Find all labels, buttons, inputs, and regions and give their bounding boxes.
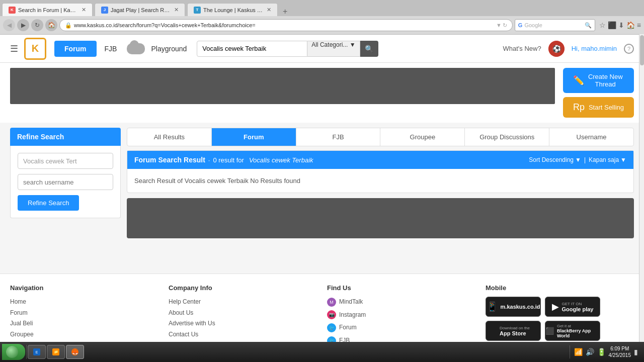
new-tab-button[interactable]: + — [280, 7, 290, 16]
taskbar: E 📁 🦊 📶 🔊 🔋 6:09 PM 4/25/2015 ▮ — [0, 342, 644, 362]
nav-fjb[interactable]: FJB — [105, 45, 117, 53]
results-count: 0 result for — [213, 156, 244, 164]
nav-forum[interactable]: Forum — [54, 41, 97, 57]
find-link-instagram[interactable]: 📷 Instagram — [327, 310, 475, 321]
find-link-twitter-forum[interactable]: 🐦 Forum — [327, 322, 475, 333]
tab-close-3[interactable]: ✕ — [267, 7, 271, 13]
help-icon[interactable]: ? — [624, 44, 634, 54]
home-button[interactable]: 🏠 — [45, 19, 57, 31]
taskbar-firefox[interactable]: 🦊 — [66, 345, 84, 359]
create-thread-button[interactable]: ✏️ Create NewThread — [563, 68, 634, 93]
start-orb — [6, 346, 18, 358]
mobile-row-2: Download on the App Store ⬛ Get it at Bl… — [486, 321, 634, 341]
action-buttons: ✏️ Create NewThread Rp Start Selling — [563, 68, 634, 118]
kaskus-mobile-badge[interactable]: 📱 m.kaskus.co.id — [486, 297, 541, 317]
tab-favicon-2: J — [101, 7, 108, 14]
cloud-icon — [127, 43, 145, 54]
tab-close-1[interactable]: ✕ — [82, 7, 86, 13]
taskbar-explorer[interactable]: E — [28, 345, 46, 359]
google-play-sub: GET IT ON — [562, 302, 594, 306]
taskbar-favicon-3: 🦊 — [71, 348, 78, 355]
scrollbar[interactable] — [639, 34, 644, 342]
tab-username[interactable]: Username — [549, 128, 633, 146]
hamburger-menu[interactable]: ☰ — [10, 43, 18, 54]
chrome-search-box[interactable]: G Google 🔍 — [515, 19, 595, 31]
blackberry-label: BlackBerry App World — [557, 328, 600, 338]
tab-title-3: The Lounge | Kaskus - The ... — [203, 7, 264, 13]
footer-mobile-title: Mobile — [486, 284, 634, 292]
taskbar-files[interactable]: 📁 — [47, 345, 65, 359]
footer-link-advertise[interactable]: Advertise with Us — [169, 318, 317, 329]
taskbar-favicon-2: 📁 — [52, 348, 59, 355]
tab-close-2[interactable]: ✕ — [174, 7, 179, 13]
scrollbar-thumb[interactable] — [640, 35, 644, 65]
app-store-badge[interactable]: Download on the App Store — [486, 321, 541, 341]
footer-link-home[interactable]: Home — [10, 297, 158, 308]
nav-playground[interactable]: Playground — [151, 45, 187, 53]
sort-controls: Sort Descending ▼ | Kapan saja ▼ — [529, 156, 626, 163]
bookmark-icon[interactable]: ⬛ — [608, 21, 616, 29]
search-username-input[interactable] — [18, 174, 113, 190]
find-link-mindtalk[interactable]: M MindTalk — [327, 297, 475, 308]
tray-clock[interactable]: 6:09 PM 4/25/2015 — [609, 345, 631, 358]
tab-3[interactable]: T The Lounge | Kaskus - The ... ✕ — [187, 3, 278, 16]
footer-findus-title: Find Us — [327, 284, 475, 292]
google-play-badge[interactable]: ▶ GET IT ON Google play — [545, 297, 600, 317]
footer-link-groupee[interactable]: Groupee — [10, 329, 158, 340]
tab-1[interactable]: K Search in Forum | Kaskus - ... ✕ — [2, 3, 93, 16]
create-thread-label: Create NewThread — [588, 73, 623, 88]
when-button[interactable]: Kapan saja ▼ — [589, 156, 626, 163]
no-results-text: Search Result of Vocalis cewek Terbaik N… — [134, 177, 300, 185]
kaskus-logo[interactable]: K — [24, 38, 46, 60]
refine-search-button[interactable]: Refine Search — [18, 195, 79, 211]
tab-all-results[interactable]: All Results — [127, 128, 212, 146]
google-play-icon: ▶ — [552, 301, 559, 312]
banner-action-row: ✏️ Create NewThread Rp Start Selling — [0, 63, 644, 123]
footer-link-jualbeli[interactable]: Jual Beli — [10, 318, 158, 329]
footer-nav-title: Navigation — [10, 284, 158, 292]
mobile-row-1: 📱 m.kaskus.co.id ▶ GET IT ON Google play — [486, 297, 634, 317]
banner-advertisement — [10, 68, 555, 104]
site-header: ☰ K Forum FJB Playground All Categori...… — [0, 35, 644, 63]
tray-battery-icon[interactable]: 🔋 — [597, 348, 606, 356]
user-avatar: ⚽ — [548, 41, 565, 57]
forward-button[interactable]: ▶ — [17, 19, 29, 31]
address-box[interactable]: 🔒 www.kaskus.co.id/search/forum?q=Vocali… — [59, 19, 513, 31]
download-icon[interactable]: ⬇ — [618, 21, 624, 29]
search-query-input[interactable] — [18, 153, 113, 169]
search-button[interactable]: 🔍 — [360, 41, 378, 57]
search-tabs: All Results Forum FJB Groupee Group Disc… — [127, 128, 634, 146]
search-input[interactable] — [197, 41, 307, 57]
footer-link-helpcenter[interactable]: Help Center — [169, 297, 317, 308]
taskbar-divider-1 — [26, 345, 27, 359]
tab-group-discussions[interactable]: Group Discussions — [465, 128, 549, 146]
tab-groupee[interactable]: Groupee — [380, 128, 465, 146]
footer-link-aboutus[interactable]: About Us — [169, 308, 317, 319]
tab-2[interactable]: J Jagat Play | Search Results ✕ — [95, 3, 185, 16]
pencil-icon: ✏️ — [573, 75, 584, 86]
header-right: What's New? ⚽ Hi, maho.mimin ? — [503, 41, 634, 57]
app-store-sub: Download on the — [500, 326, 530, 330]
category-select[interactable]: All Categori... ▼ — [307, 41, 360, 57]
bookmark-star-icon[interactable]: ☆ — [599, 21, 606, 29]
tab-fjb[interactable]: FJB — [296, 128, 381, 146]
username-link[interactable]: Hi, maho.mimin — [572, 45, 617, 52]
sort-descending-button[interactable]: Sort Descending ▼ — [529, 156, 581, 163]
chrome-search-text: Google — [524, 22, 582, 28]
whats-new-link[interactable]: What's New? — [503, 45, 541, 52]
footer-link-contact[interactable]: Contact Us — [169, 329, 317, 340]
start-button[interactable] — [2, 344, 25, 360]
back-button[interactable]: ◀ — [3, 19, 15, 31]
home-icon2[interactable]: 🏠 — [626, 21, 635, 29]
blackberry-badge[interactable]: ⬛ Get it at BlackBerry App World — [545, 321, 600, 341]
refresh-button[interactable]: ↻ — [31, 19, 43, 31]
address-bar-row: ◀ ▶ ↻ 🏠 🔒 www.kaskus.co.id/search/forum?… — [0, 16, 644, 34]
app-store-label: App Store — [500, 330, 530, 336]
start-selling-button[interactable]: Rp Start Selling — [563, 97, 634, 118]
footer-link-forum[interactable]: Forum — [10, 308, 158, 319]
menu-icon[interactable]: ≡ — [637, 21, 641, 29]
tray-volume-icon[interactable]: 🔊 — [586, 348, 594, 356]
tab-forum[interactable]: Forum — [212, 128, 296, 146]
tray-show-desktop[interactable]: ▮ — [634, 348, 638, 356]
tray-network-icon[interactable]: 📶 — [574, 348, 583, 356]
